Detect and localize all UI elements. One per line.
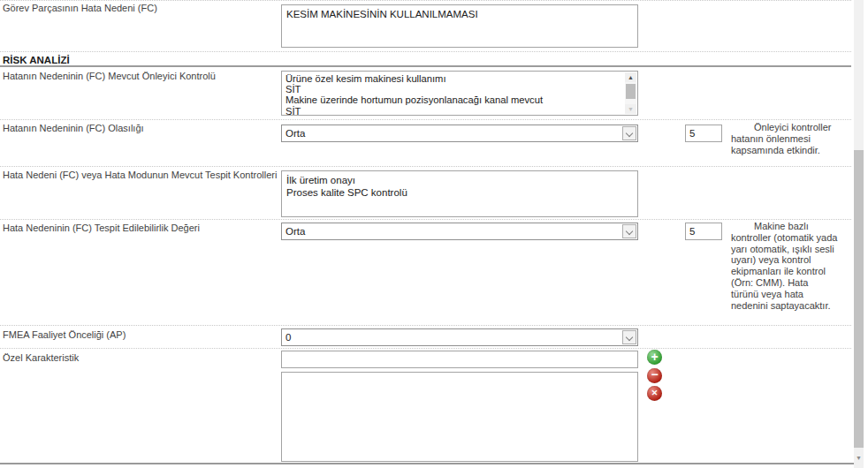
olasilik-note: Önleyici kontroller hatanın önlenmesi ka… [731, 122, 838, 155]
tespit-degeri-select[interactable]: Orta [281, 223, 638, 240]
add-button[interactable]: + [647, 350, 662, 365]
listbox-item[interactable]: SİT [282, 84, 624, 94]
onleyici-kontrol-listbox[interactable]: Ürüne özel kesim makinesi kullanımı SİT … [281, 71, 638, 116]
tespit-degeri-note: Makine bazlı kontroller (otomatik yada y… [731, 221, 838, 311]
ozel-karakteristik-input[interactable] [281, 351, 638, 368]
minus-icon: − [647, 368, 662, 381]
scroll-down-icon[interactable]: ▼ [625, 104, 636, 114]
delete-button[interactable]: ✕ [647, 386, 662, 401]
listbox-item[interactable]: Makine üzerinde hortumun pozisyonlanacağ… [282, 94, 624, 105]
olasilik-selected-value: Orta [286, 128, 305, 139]
listbox-scrollbar[interactable]: ▲ ▼ [625, 72, 636, 114]
listbox-scrollbar-thumb[interactable] [626, 84, 636, 99]
tespit-degeri-selected-value: Orta [286, 226, 305, 237]
tespit-kontrolleri-textarea[interactable]: İlk üretim onayı Proses kalite SPC kontr… [281, 170, 638, 217]
vertical-scrollbar-thumb[interactable] [854, 150, 864, 448]
scroll-up-icon[interactable]: ▲ [625, 72, 636, 82]
chevron-down-icon[interactable] [622, 126, 636, 140]
separator [0, 119, 851, 120]
separator [0, 51, 851, 52]
label-olasilik: Hatanın Nedeninin (FC) Olasılığı [3, 123, 144, 134]
risk-analizi-section-title: RİSK ANALİZİ [3, 55, 70, 65]
gorev-hata-nedeni-textarea[interactable]: KESİM MAKİNESİNİN KULLANILMAMASI [281, 4, 638, 48]
label-tespit-degeri: Hata Nedeninin (FC) Tespit Edilebilirlik… [3, 223, 200, 234]
separator [0, 325, 851, 326]
section-rule [0, 65, 851, 67]
separator [0, 219, 851, 220]
chevron-down-icon[interactable] [622, 224, 636, 238]
label-tespit-kontrolleri: Hata Nedeni (FC) veya Hata Modunun Mevcu… [3, 170, 277, 181]
bottom-frame-edge [0, 463, 854, 464]
listbox-item[interactable]: Ürüne özel kesim makinesi kullanımı [282, 73, 624, 84]
plus-icon: + [647, 350, 662, 364]
tespit-degeri-score-input[interactable] [685, 223, 722, 240]
label-onleyici-kontrol: Hatanın Nedeninin (FC) Mevcut Önleyici K… [3, 71, 216, 82]
label-ozel-karakteristik: Özel Karakteristik [3, 352, 79, 364]
label-fmea-ap: FMEA Faaliyet Önceliği (AP) [3, 329, 126, 341]
scroll-down-icon[interactable]: ▼ [854, 451, 864, 465]
ozel-karakteristik-listbox[interactable] [281, 372, 638, 462]
listbox-item[interactable]: SİT [282, 106, 624, 116]
x-icon: ✕ [647, 386, 662, 401]
remove-button[interactable]: − [647, 368, 662, 383]
label-gorev-hata-nedeni: Görev Parçasının Hata Nedeni (FC) [3, 3, 157, 14]
olasilik-score-input[interactable] [685, 125, 722, 142]
chevron-down-icon[interactable] [622, 330, 636, 344]
separator [0, 348, 851, 349]
fmea-ap-selected-value: 0 [286, 332, 291, 343]
olasilik-select[interactable]: Orta [281, 125, 638, 142]
separator [0, 166, 851, 167]
separator [0, 0, 851, 1]
fmea-ap-select[interactable]: 0 [281, 328, 638, 346]
